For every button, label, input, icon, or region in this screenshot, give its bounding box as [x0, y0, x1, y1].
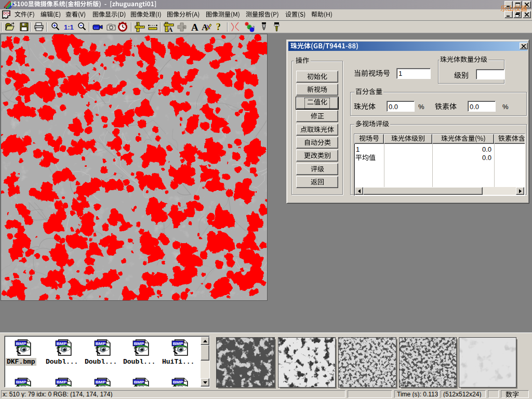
svg-text:3: 3: [252, 25, 255, 29]
svg-text:DOC: DOC: [4, 11, 11, 15]
svg-text:5: 5: [137, 23, 139, 26]
svg-text:1:1: 1:1: [64, 23, 74, 31]
svg-text:A: A: [202, 22, 208, 32]
svg-text:?: ?: [216, 22, 221, 32]
svg-text:A: A: [168, 25, 173, 32]
svg-text:A: A: [191, 22, 198, 32]
